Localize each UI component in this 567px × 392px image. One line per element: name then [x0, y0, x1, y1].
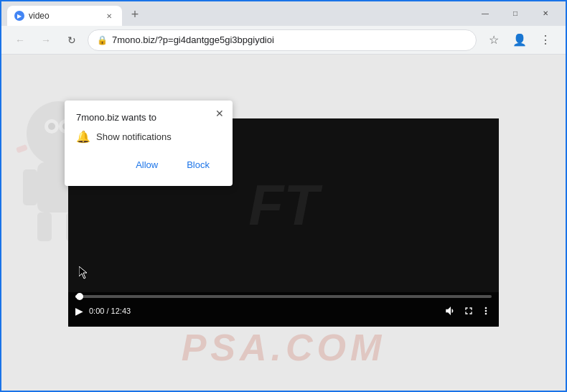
volume-button[interactable] — [444, 304, 457, 317]
back-button[interactable]: ← — [10, 30, 30, 50]
tab-favicon-icon: ▶ — [14, 11, 24, 21]
more-button[interactable] — [480, 305, 492, 317]
svg-rect-8 — [37, 213, 52, 241]
svg-point-3 — [48, 123, 55, 130]
progress-dot — [76, 293, 83, 300]
browser-window: ▶ video ✕ + — □ ✕ ← → ↻ 🔒 7mono.biz/?p=g… — [0, 0, 567, 392]
svg-rect-10 — [16, 144, 28, 154]
toolbar-right: ☆ 👤 ⋮ — [482, 29, 557, 52]
active-tab[interactable]: ▶ video ✕ — [7, 6, 122, 26]
menu-button[interactable]: ⋮ — [534, 29, 557, 52]
url-text: 7mono.biz/?p=gi4dantgge5gi3bpgiydioi — [112, 34, 467, 45]
forward-button[interactable]: → — [36, 30, 56, 50]
popup-title: 7mono.biz wants to — [76, 112, 221, 123]
page-content: FT ▶ 0:00 / 12:43 — [1, 55, 566, 391]
fullscreen-button[interactable] — [463, 305, 474, 317]
notification-popup: ✕ 7mono.biz wants to 🔔 Show notification… — [65, 101, 233, 186]
popup-buttons: Allow Block — [76, 155, 221, 174]
url-bar[interactable]: 🔒 7mono.biz/?p=gi4dantgge5gi3bpgiydioi — [88, 29, 477, 51]
svg-rect-6 — [23, 169, 37, 205]
new-tab-button[interactable]: + — [125, 4, 145, 24]
time-display: 0:00 / 12:43 — [89, 307, 131, 315]
tab-area: ▶ video ✕ + — [7, 1, 468, 26]
lock-icon: 🔒 — [97, 35, 108, 45]
block-button[interactable]: Block — [175, 155, 221, 174]
progress-bar[interactable] — [75, 295, 492, 298]
minimize-button[interactable]: — — [471, 3, 500, 23]
close-button[interactable]: ✕ — [531, 3, 560, 23]
account-button[interactable]: 👤 — [508, 29, 531, 52]
bell-icon: 🔔 — [76, 130, 90, 144]
allow-button[interactable]: Allow — [124, 155, 169, 174]
tab-close-button[interactable]: ✕ — [103, 10, 115, 22]
title-bar: ▶ video ✕ + — □ ✕ — [1, 1, 566, 26]
window-controls: — □ ✕ — [471, 3, 560, 24]
time-total: 12:43 — [111, 307, 131, 315]
popup-close-button[interactable]: ✕ — [212, 106, 227, 121]
tab-title: video — [29, 11, 99, 21]
bookmark-button[interactable]: ☆ — [482, 29, 505, 52]
video-controls: ▶ 0:00 / 12:43 — [68, 292, 499, 327]
time-current: 0:00 — [89, 307, 104, 315]
popup-notification-row: 🔔 Show notifications — [76, 130, 221, 144]
play-button[interactable]: ▶ — [75, 305, 83, 317]
restore-button[interactable]: □ — [501, 3, 530, 23]
popup-notification-text: Show notifications — [96, 131, 172, 142]
controls-row: ▶ 0:00 / 12:43 — [75, 299, 492, 322]
video-watermark: FT — [248, 172, 319, 238]
refresh-button[interactable]: ↻ — [62, 30, 82, 50]
address-bar: ← → ↻ 🔒 7mono.biz/?p=gi4dantgge5gi3bpgiy… — [1, 26, 566, 55]
